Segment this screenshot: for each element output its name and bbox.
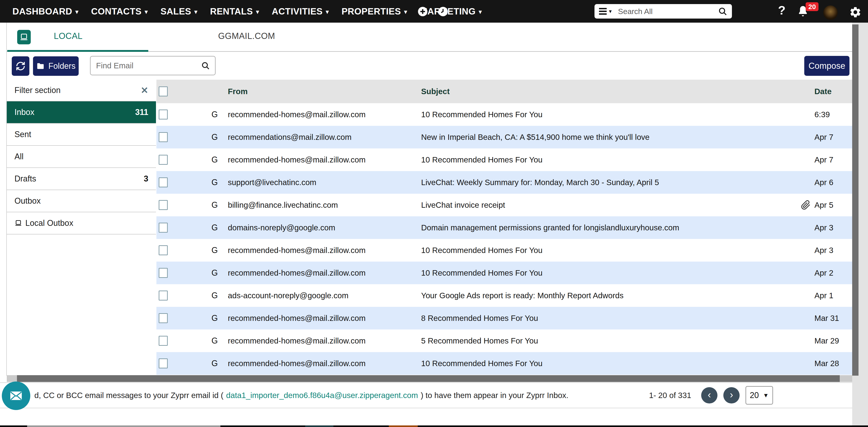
- search-icon[interactable]: [201, 61, 210, 70]
- search-input[interactable]: [618, 7, 718, 16]
- menu-item-properties[interactable]: PROPERTIES ▾: [342, 6, 407, 17]
- row-checkbox[interactable]: [159, 336, 168, 346]
- email-list: From Subject Date G recommended-homes@ma…: [156, 80, 852, 375]
- recent-activity-button[interactable]: [437, 6, 449, 17]
- mail-account-tabs: LOCAL GGMAIL.COM: [7, 23, 852, 52]
- compose-button[interactable]: Compose: [804, 56, 849, 76]
- page-size-select[interactable]: 20 ▼: [745, 386, 773, 405]
- horizontal-scrollbar-thumb[interactable]: [17, 375, 840, 382]
- sidebar-item-all[interactable]: All: [7, 146, 156, 168]
- email-row[interactable]: G recommendations@mail.zillow.com New in…: [156, 126, 852, 148]
- row-checkbox[interactable]: [159, 268, 168, 278]
- desktop-taskbar-sliver: [0, 425, 868, 427]
- select-all-checkbox[interactable]: [159, 86, 168, 96]
- column-date: Date: [813, 87, 852, 96]
- row-checkbox[interactable]: [159, 177, 168, 188]
- email-row[interactable]: G ads-account-noreply@google.com Your Go…: [156, 284, 852, 307]
- find-email-input[interactable]: [96, 61, 201, 70]
- email-row[interactable]: G recommended-homes@mail.zillow.com 10 R…: [156, 103, 852, 126]
- previous-page-button[interactable]: ‹: [701, 387, 717, 403]
- email-from: recommended-homes@mail.zillow.com: [224, 246, 417, 255]
- folder-count: 311: [135, 108, 148, 117]
- menu-item-sales[interactable]: SALES ▾: [160, 6, 197, 17]
- search-icon[interactable]: [718, 6, 727, 16]
- attachment-cell: [799, 110, 813, 119]
- next-page-button[interactable]: ›: [723, 387, 740, 403]
- sidebar-item-outbox[interactable]: Outbox: [7, 190, 156, 212]
- email-row[interactable]: G recommended-homes@mail.zillow.com 10 R…: [156, 148, 852, 171]
- search-scope-menu[interactable]: ▾: [599, 8, 612, 15]
- email-row[interactable]: G recommended-homes@mail.zillow.com 8 Re…: [156, 307, 852, 330]
- vertical-scrollbar-thumb[interactable]: [852, 24, 859, 376]
- attachment-cell: [799, 200, 813, 210]
- row-checkbox[interactable]: [159, 110, 168, 119]
- gear-icon: [849, 6, 862, 19]
- email-subject: New in Imperial Beach, CA: A $514,900 ho…: [417, 133, 799, 142]
- chevron-down-icon: ▾: [404, 8, 407, 16]
- email-list-header: From Subject Date: [156, 80, 852, 103]
- zyprr-email-link[interactable]: data1_importer_demo6.f86u4a@user.zippera…: [226, 391, 418, 400]
- find-email-box[interactable]: [90, 56, 216, 75]
- email-date: Apr 6: [813, 178, 852, 187]
- attachment-cell: [799, 177, 813, 188]
- email-from: recommendations@mail.zillow.com: [224, 133, 417, 142]
- email-row[interactable]: G recommended-homes@mail.zillow.com 10 R…: [156, 262, 852, 284]
- notifications-button[interactable]: 20: [797, 5, 810, 19]
- attachment-cell: [799, 290, 813, 301]
- tab-local[interactable]: LOCAL: [54, 31, 83, 41]
- attachment-cell: [799, 155, 813, 165]
- email-subject: LiveChat: Weekly Summary for: Monday, Ma…: [417, 178, 799, 187]
- email-row[interactable]: G support@livechatinc.com LiveChat: Week…: [156, 171, 852, 194]
- attachment-cell: [799, 359, 813, 368]
- menu-item-contacts[interactable]: CONTACTS ▾: [91, 6, 148, 17]
- sender-initial: G: [205, 200, 224, 210]
- hamburger-icon: [599, 8, 607, 15]
- email-row[interactable]: G recommended-homes@mail.zillow.com 10 R…: [156, 352, 852, 375]
- menu-item-rentals[interactable]: RENTALS ▾: [210, 6, 259, 17]
- email-date: Apr 7: [813, 155, 852, 164]
- row-checkbox[interactable]: [159, 155, 168, 165]
- chevron-down-icon: ▾: [479, 8, 482, 16]
- row-checkbox[interactable]: [159, 245, 168, 255]
- horizontal-scrollbar[interactable]: [7, 375, 852, 382]
- user-avatar[interactable]: [823, 5, 838, 20]
- tab-ggmail[interactable]: GGMAIL.COM: [218, 31, 275, 41]
- row-checkbox[interactable]: [159, 200, 168, 210]
- close-icon[interactable]: ✕: [141, 85, 148, 95]
- row-checkbox[interactable]: [159, 313, 168, 323]
- notice-prefix: d, CC or BCC email messages to your Zypr…: [34, 391, 223, 400]
- sidebar-item-drafts[interactable]: Drafts 3: [7, 168, 156, 190]
- row-checkbox[interactable]: [159, 359, 168, 368]
- help-button[interactable]: ?: [778, 3, 785, 17]
- refresh-button[interactable]: [12, 56, 29, 76]
- sidebar-item-label: All: [14, 152, 148, 161]
- email-row[interactable]: G billing@finance.livechatinc.com LiveCh…: [156, 194, 852, 216]
- filter-section-title: Filter section: [14, 86, 61, 95]
- email-date: Apr 5: [813, 200, 852, 209]
- envelope-icon: [9, 389, 23, 403]
- sidebar-item-inbox[interactable]: Inbox 311: [7, 102, 156, 123]
- settings-button[interactable]: [849, 6, 862, 19]
- row-checkbox[interactable]: [159, 132, 168, 142]
- sidebar-item-label: Outbox: [14, 196, 148, 206]
- sidebar-item-sent[interactable]: Sent: [7, 123, 156, 146]
- menu-item-activities[interactable]: ACTIVITIES ▾: [272, 6, 329, 17]
- row-checkbox[interactable]: [159, 223, 168, 233]
- menu-item-marketing[interactable]: MARKETING ▾: [420, 6, 482, 17]
- menu-item-dashboard[interactable]: DASHBOARD ▾: [12, 6, 79, 17]
- chevron-down-icon: ▼: [763, 392, 769, 399]
- quick-add-button[interactable]: [417, 6, 428, 17]
- global-search[interactable]: ▾: [594, 4, 732, 19]
- sender-initial: G: [205, 132, 224, 142]
- email-subject: 10 Recommended Homes For You: [417, 359, 799, 368]
- row-checkbox[interactable]: [159, 290, 168, 301]
- attachment-cell: [799, 268, 813, 278]
- email-row[interactable]: G recommended-homes@mail.zillow.com 10 R…: [156, 239, 852, 262]
- folders-button[interactable]: Folders: [33, 56, 79, 76]
- email-from: recommended-homes@mail.zillow.com: [224, 314, 417, 323]
- attachment-cell: [799, 223, 813, 233]
- email-row[interactable]: G recommended-homes@mail.zillow.com 5 Re…: [156, 330, 852, 352]
- email-row[interactable]: G domains-noreply@google.com Domain mana…: [156, 216, 852, 239]
- email-date: Apr 7: [813, 133, 852, 142]
- sidebar-item-local-outbox[interactable]: Local Outbox: [7, 212, 156, 234]
